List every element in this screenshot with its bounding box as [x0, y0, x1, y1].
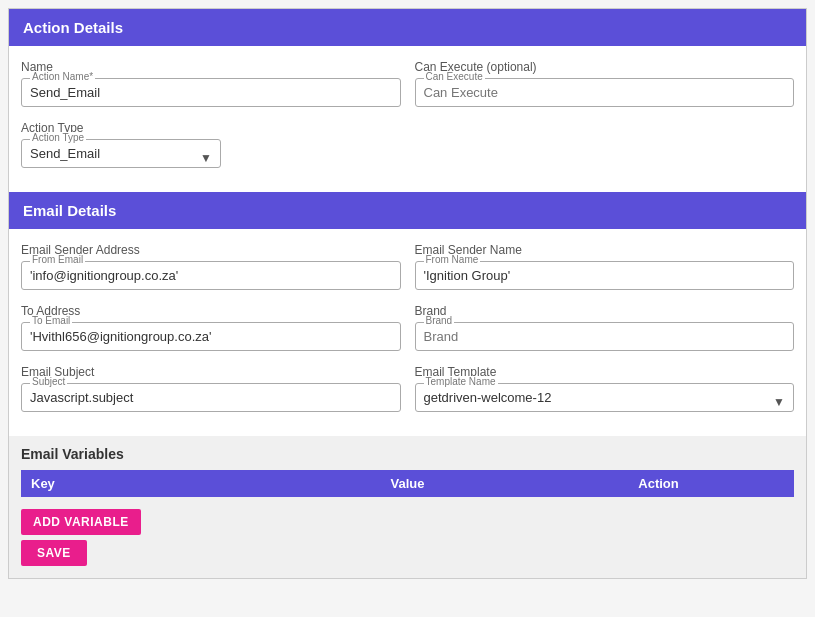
template-field-wrapper: Template Name getdriven-welcome-12 ▼ — [415, 383, 795, 412]
template-group: Email Template Template Name getdriven-w… — [415, 365, 795, 412]
sender-name-input[interactable] — [424, 264, 786, 283]
action-name-field-label: Action Name* — [30, 71, 95, 82]
template-select[interactable]: getdriven-welcome-12 — [424, 386, 786, 405]
email-variables-section: Email Variables Key Value Action ADD VAR… — [9, 436, 806, 578]
sender-address-field-label: From Email — [30, 254, 85, 265]
name-group: Name Action Name* — [21, 60, 401, 107]
action-type-field-wrapper: Action Type Send_Email ▼ — [21, 139, 221, 168]
can-execute-field-label: Can Execute — [424, 71, 485, 82]
brand-input[interactable] — [424, 325, 786, 344]
can-execute-input[interactable] — [424, 81, 786, 100]
sender-address-input[interactable] — [30, 264, 392, 283]
action-type-group: Action Type Action Type Send_Email ▼ — [21, 121, 221, 168]
to-address-input[interactable] — [30, 325, 392, 344]
action-type-select[interactable]: Send_Email — [30, 142, 212, 161]
sender-address-group: Email Sender Address From Email — [21, 243, 401, 290]
action-type-field-label: Action Type — [30, 132, 86, 143]
brand-label: Brand — [415, 304, 795, 318]
brand-group: Brand Brand — [415, 304, 795, 351]
can-execute-group: Can Execute (optional) Can Execute — [415, 60, 795, 107]
add-variable-button[interactable]: ADD VARIABLE — [21, 509, 141, 535]
subject-group: Email Subject Subject — [21, 365, 401, 412]
subject-field-wrapper: Subject — [21, 383, 401, 412]
can-execute-field-wrapper: Can Execute — [415, 78, 795, 107]
action-name-field-wrapper: Action Name* — [21, 78, 401, 107]
email-details-header: Email Details — [9, 192, 806, 229]
brand-field-label: Brand — [424, 315, 455, 326]
template-field-label: Template Name — [424, 376, 498, 387]
col-value-header: Value — [282, 476, 533, 491]
email-variables-title: Email Variables — [21, 446, 794, 462]
sender-address-field-wrapper: From Email — [21, 261, 401, 290]
subject-label: Email Subject — [21, 365, 401, 379]
action-name-input[interactable] — [30, 81, 392, 100]
brand-field-wrapper: Brand — [415, 322, 795, 351]
variables-table-header: Key Value Action — [21, 470, 794, 497]
col-action-header: Action — [533, 476, 784, 491]
to-address-field-label: To Email — [30, 315, 72, 326]
variables-buttons-row: ADD VARIABLE SAVE — [21, 503, 794, 574]
subject-input[interactable] — [30, 386, 392, 405]
to-address-label: To Address — [21, 304, 401, 318]
sender-name-field-label: From Name — [424, 254, 481, 265]
sender-name-field-wrapper: From Name — [415, 261, 795, 290]
col-key-header: Key — [31, 476, 282, 491]
save-button[interactable]: SAVE — [21, 540, 87, 566]
sender-name-group: Email Sender Name From Name — [415, 243, 795, 290]
to-address-field-wrapper: To Email — [21, 322, 401, 351]
action-details-header: Action Details — [9, 9, 806, 46]
subject-field-label: Subject — [30, 376, 67, 387]
to-address-group: To Address To Email — [21, 304, 401, 351]
